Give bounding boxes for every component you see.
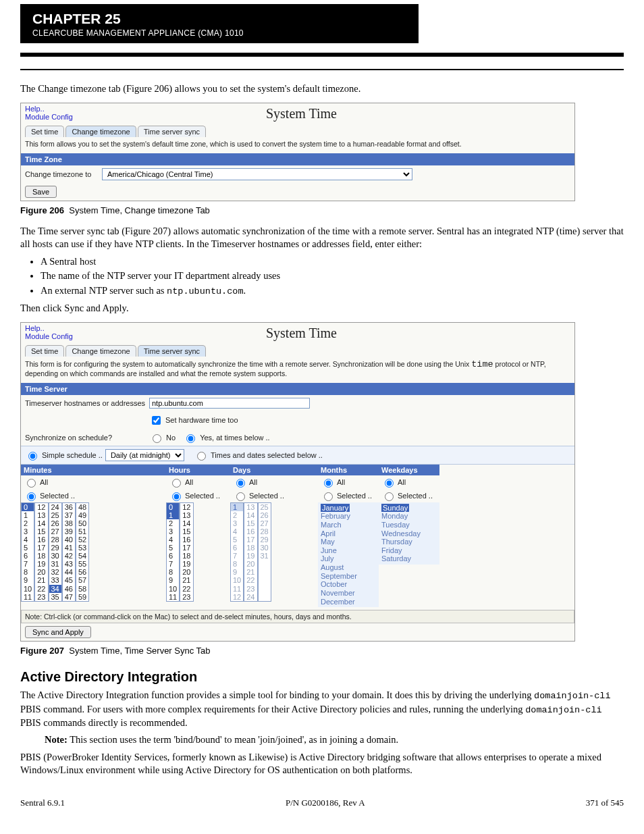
weekdays-selected-radio[interactable]	[385, 492, 394, 501]
screenshot-timeserver: Help.. Module Config System Time Set tim…	[20, 322, 575, 642]
paragraph: The Change timezone tab (Figure 206) all…	[20, 82, 624, 96]
timezone-select[interactable]: America/Chicago (Central Time)	[102, 168, 412, 180]
col-header-hours: Hours	[166, 465, 230, 475]
section-bar-timezone: Time Zone	[21, 153, 574, 165]
months-list[interactable]: January FebruaryMarch AprilMay JuneJuly …	[318, 502, 379, 608]
days-grid[interactable]: 123456789101112 131415161718192021222324…	[230, 502, 318, 602]
simple-schedule-radio[interactable]	[28, 452, 37, 461]
panel-title: System Time	[73, 105, 530, 126]
figure-caption-207: Figure 207 System Time, Time Server Sync…	[20, 646, 624, 656]
col-header-months: Months	[318, 465, 379, 475]
list-item: An external NTP server such as ntp.ubunt…	[41, 284, 624, 298]
paragraph: PBIS (PowerBroker Identity Services, for…	[20, 751, 624, 777]
tab-change-timezone[interactable]: Change timezone	[65, 126, 136, 137]
weekdays-all-radio[interactable]	[385, 479, 394, 488]
chapter-number: CHAPTER 25	[32, 11, 406, 27]
header-rule	[20, 53, 624, 57]
ctrl-click-note: Note: Ctrl-click (or command-click on th…	[21, 610, 574, 623]
weekdays-list[interactable]: Sunday MondayTuesday WednesdayThursday F…	[379, 502, 439, 565]
paragraph: The Time server sync tab (Figure 207) al…	[20, 225, 624, 251]
paragraph: Then click Sync and Apply.	[20, 302, 624, 315]
note-paragraph: Note: This section uses the term 'bind/b…	[45, 733, 624, 747]
screenshot-timezone: Help.. Module Config System Time Set tim…	[20, 103, 575, 201]
col-header-days: Days	[230, 465, 318, 475]
hours-selected-radio[interactable]	[172, 492, 181, 501]
times-selected-radio[interactable]	[197, 452, 206, 461]
col-header-weekdays: Weekdays	[379, 465, 439, 475]
sync-and-apply-button[interactable]: Sync and Apply	[25, 626, 91, 638]
col-header-minutes: Minutes	[21, 465, 166, 475]
days-all-radio[interactable]	[236, 479, 245, 488]
save-button[interactable]: Save	[25, 186, 57, 198]
tab-change-timezone[interactable]: Change timezone	[65, 345, 136, 357]
panel-title: System Time	[73, 324, 530, 345]
schedule-no-radio[interactable]	[153, 434, 161, 443]
list-item: A Sentral host	[41, 255, 624, 269]
module-config-link[interactable]: Module Config	[25, 113, 73, 121]
hours-all-radio[interactable]	[172, 479, 181, 488]
figure-caption-206: Figure 206 System Time, Change timezone …	[20, 205, 624, 215]
tab-set-time[interactable]: Set time	[25, 126, 64, 137]
tab-time-server-sync[interactable]: Time server sync	[138, 345, 206, 357]
timeserver-host-input[interactable]	[149, 398, 310, 409]
list-item: The name of the NTP server your IT depar…	[41, 269, 624, 283]
section-heading-ad: Active Directory Integration	[20, 669, 624, 685]
months-all-radio[interactable]	[324, 479, 333, 488]
days-selected-radio[interactable]	[236, 492, 245, 501]
form-description: This form is for configuring the system …	[21, 357, 574, 383]
tab-set-time[interactable]: Set time	[25, 345, 64, 357]
paragraph: The Active Directory Integration functio…	[20, 689, 624, 729]
minutes-selected-radio[interactable]	[27, 492, 36, 501]
months-selected-radio[interactable]	[324, 492, 333, 501]
minutes-all-radio[interactable]	[27, 479, 36, 488]
simple-schedule-select[interactable]: Daily (at midnight)	[105, 449, 184, 461]
row-label-schedule: Synchronize on schedule?	[25, 434, 146, 442]
module-config-link[interactable]: Module Config	[25, 332, 73, 340]
schedule-yes-radio[interactable]	[186, 434, 195, 443]
tab-time-server-sync[interactable]: Time server sync	[138, 126, 206, 137]
help-link[interactable]: Help..	[25, 324, 45, 332]
row-label-hostnames: Timeserver hostnames or addresses	[25, 399, 146, 407]
section-bar-timeserver: Time Server	[21, 383, 574, 395]
hours-grid[interactable]: 01234567891011 121314151617181920212223	[166, 502, 230, 602]
form-description: This form allows you to set the system's…	[21, 137, 574, 153]
header-rule-thin	[20, 69, 624, 70]
bullet-list: A Sentral host The name of the NTP serve…	[41, 255, 624, 298]
doc-header: CHAPTER 25 CLEARCUBE MANAGEMENT APPLIANC…	[20, 4, 624, 43]
checkbox-label: Set hardware time too	[165, 416, 238, 424]
row-label-timezone: Change timezone to	[25, 170, 99, 178]
page-footer: Sentral 6.9.1 P/N G0200186, Rev A 371 of…	[20, 798, 624, 808]
minutes-grid[interactable]: 01234567891011 121314151617181920212223 …	[21, 502, 166, 602]
chapter-subtitle: CLEARCUBE MANAGEMENT APPLIANCE (CMA) 101…	[32, 28, 406, 38]
set-hardware-time-checkbox[interactable]	[152, 416, 161, 425]
help-link[interactable]: Help..	[25, 105, 45, 113]
